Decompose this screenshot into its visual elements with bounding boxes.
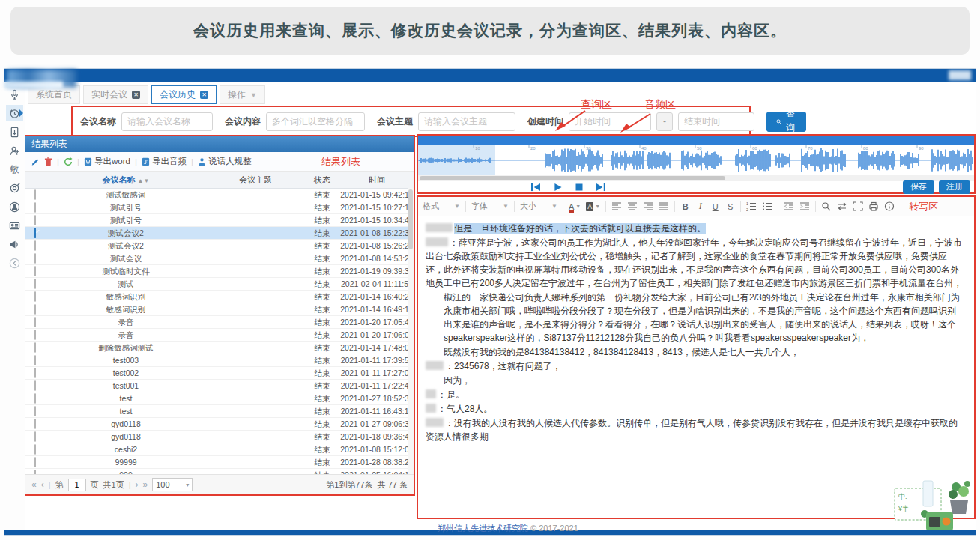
meeting-name-input[interactable]: [121, 112, 213, 131]
tab-操作[interactable]: 操作▼: [220, 85, 265, 104]
table-row[interactable]: 删除敏感词测试 结束 2021-01-14 17:48:06: [25, 342, 414, 354]
sidebar-item-microphone[interactable]: [6, 86, 23, 103]
table-row[interactable]: test 结束 2021-01-11 16:43:10: [25, 405, 414, 418]
table-row[interactable]: 测试 结束 2021-02-04 11:11:50: [25, 278, 414, 291]
sidebar-item-collapse[interactable]: [6, 255, 23, 271]
speaker-normalize-button[interactable]: 说话人规整: [198, 156, 252, 167]
skip-back-button[interactable]: [530, 183, 541, 192]
edit-button[interactable]: [31, 157, 40, 166]
table-row[interactable]: test002 结束 2021-01-11 17:27:00: [25, 367, 414, 380]
print-icon[interactable]: [868, 201, 879, 212]
info-icon[interactable]: [884, 201, 895, 212]
row-checkbox[interactable]: [34, 431, 36, 442]
start-time-input[interactable]: [569, 112, 651, 131]
row-checkbox[interactable]: [34, 304, 36, 315]
table-row[interactable]: 测试敏感词 结束 2021-01-15 09:42:19: [25, 189, 414, 201]
sort-icon[interactable]: ▲▼: [138, 178, 150, 184]
row-checkbox[interactable]: [34, 253, 36, 264]
row-checkbox[interactable]: [34, 317, 36, 327]
table-row[interactable]: 测试会议2 结束 2021-01-08 15:22:30: [25, 227, 414, 240]
sidebar-item-id-card[interactable]: [6, 217, 23, 234]
tab-close-icon[interactable]: ✕: [132, 91, 140, 99]
waveform-scrollbar-thumb[interactable]: [420, 176, 725, 180]
bold-icon[interactable]: B: [680, 201, 690, 212]
sidebar-item-announcement[interactable]: [6, 236, 23, 252]
replace-icon[interactable]: [837, 201, 847, 212]
table-row[interactable]: gyd0118 结束 2021-01-27 09:06:38: [25, 418, 414, 431]
row-checkbox[interactable]: [34, 342, 36, 353]
row-checkbox[interactable]: [34, 266, 36, 276]
tab-close-icon[interactable]: ✕: [200, 91, 208, 99]
meeting-topic-input[interactable]: [418, 112, 515, 131]
table-row[interactable]: 敏感词识别 结束 2021-01-14 16:49:15: [25, 303, 414, 316]
strikethrough-icon[interactable]: S: [725, 201, 735, 212]
register-button[interactable]: 注册: [939, 180, 970, 194]
page-size-select[interactable]: 100 ▾: [152, 478, 193, 491]
row-checkbox[interactable]: [34, 380, 36, 391]
transcript-content[interactable]: 但是一旦环境准备好的话，下次去的话就可以直接去是这样的。：薛亚萍是宁波，这家公司…: [418, 216, 974, 518]
sidebar-item-document[interactable]: [6, 124, 23, 140]
table-row[interactable]: 敏感词识别 结束 2021-01-14 16:40:21: [25, 291, 414, 303]
table-row[interactable]: 99999 结束 2021-01-28 08:38:22: [25, 456, 414, 469]
table-row[interactable]: test003 结束 2021-01-11 17:39:57: [25, 354, 414, 367]
row-checkbox[interactable]: [34, 457, 36, 467]
row-checkbox[interactable]: [34, 189, 36, 200]
row-checkbox[interactable]: [34, 330, 36, 340]
table-row[interactable]: 测试引号 结束 2021-01-15 10:27:19: [25, 201, 414, 214]
editor-dropdown-1[interactable]: 字体▼: [471, 201, 509, 212]
column-header-3[interactable]: 时间: [340, 172, 414, 189]
sidebar-item-history[interactable]: [6, 105, 23, 121]
play-button[interactable]: [553, 183, 563, 192]
align-left-icon[interactable]: [611, 201, 622, 212]
waveform-scrollbar[interactable]: [418, 175, 974, 181]
tab-会议历史[interactable]: 会议历史✕: [151, 85, 217, 104]
page-number-input[interactable]: [68, 479, 86, 491]
export-audio-button[interactable]: 导出音频: [142, 156, 187, 167]
editor-dropdown-2[interactable]: 大小▼: [520, 201, 557, 212]
skip-forward-button[interactable]: [596, 183, 606, 192]
row-checkbox[interactable]: [34, 240, 36, 251]
next-page-button[interactable]: ›: [136, 479, 139, 490]
sidebar-item-user[interactable]: [6, 198, 23, 215]
row-checkbox[interactable]: [34, 444, 36, 455]
footer-org-link[interactable]: 郑州信大先进技术研究院: [438, 524, 528, 533]
stop-button[interactable]: [575, 183, 584, 192]
row-checkbox[interactable]: [34, 368, 36, 378]
table-row[interactable]: 测试会议2 结束 2021-01-08 15:26:26: [25, 240, 414, 252]
table-row[interactable]: gyd0118 结束 2021-01-18 09:36:44: [25, 431, 414, 443]
row-checkbox[interactable]: [34, 470, 36, 474]
table-row[interactable]: 录音 结束 2021-01-20 17:05:40: [25, 316, 414, 329]
column-header-1[interactable]: 会议主题: [207, 172, 304, 189]
table-row[interactable]: test001 结束 2021-01-11 17:22:47: [25, 380, 414, 392]
row-checkbox[interactable]: [34, 202, 36, 213]
column-header-0[interactable]: 会议名称▲▼: [45, 172, 207, 189]
row-checkbox[interactable]: [34, 291, 36, 302]
table-row[interactable]: 测试会议 结束 2021-01-08 14:53:20: [25, 252, 414, 265]
row-checkbox[interactable]: [34, 393, 36, 404]
fullscreen-icon[interactable]: [853, 201, 863, 212]
end-time-input[interactable]: [678, 112, 754, 131]
italic-icon[interactable]: I: [695, 201, 705, 212]
scrollbar-thumb[interactable]: [408, 189, 413, 249]
meeting-content-input[interactable]: [266, 112, 365, 131]
table-row[interactable]: 测试引号 结束 2021-01-15 10:34:42: [25, 214, 414, 227]
align-center-icon[interactable]: [627, 201, 638, 212]
waveform-view[interactable]: 102030405060708090: [418, 145, 974, 175]
column-header-2[interactable]: 状态: [304, 172, 340, 189]
search-icon[interactable]: [821, 201, 832, 212]
prev-page-button[interactable]: ‹: [41, 479, 44, 490]
align-right-icon[interactable]: [643, 201, 653, 212]
table-row[interactable]: 测试临时文件 结束 2021-01-19 09:39:37: [25, 265, 414, 278]
unordered-list-icon[interactable]: [762, 201, 772, 212]
row-checkbox[interactable]: [34, 355, 36, 365]
table-row[interactable]: 999 结束 2021-01-05 16:04:10: [25, 469, 414, 474]
editor-dropdown-0[interactable]: 格式▼: [423, 201, 460, 212]
row-checkbox[interactable]: [34, 419, 36, 429]
table-row[interactable]: test 结束 2021-01-27 18:52:34: [25, 392, 414, 405]
table-row[interactable]: 录音 结束 2021-01-20 17:06:00: [25, 329, 414, 342]
bg-color-icon[interactable]: A▼: [586, 201, 600, 212]
export-word-button[interactable]: 导出word: [84, 156, 130, 167]
sidebar-item-add-user[interactable]: [6, 142, 23, 159]
delete-button[interactable]: [44, 157, 52, 166]
save-button[interactable]: 保存: [903, 180, 934, 194]
